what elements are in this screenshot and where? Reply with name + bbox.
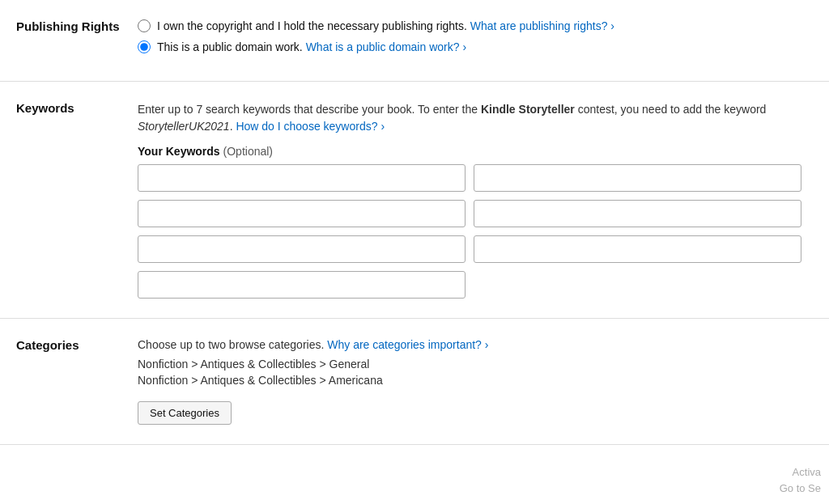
categories-section: Categories Choose up to two browse categ… xyxy=(0,319,829,445)
keyword-input-1[interactable] xyxy=(138,164,466,192)
publishing-rights-option2-row: This is a public domain work. What is a … xyxy=(138,40,813,53)
publishing-rights-link2[interactable]: What is a public domain work? › xyxy=(306,40,466,53)
keyword-input-7[interactable] xyxy=(138,271,466,299)
keyword-input-5[interactable] xyxy=(138,235,466,263)
categories-label: Categories xyxy=(16,338,138,425)
categories-description: Choose up to two browse categories. Why … xyxy=(138,338,813,351)
publishing-rights-option1-row: I own the copyright and I hold the neces… xyxy=(138,19,813,32)
keyword-inputs-grid xyxy=(138,164,801,299)
keywords-description: Enter up to 7 search keywords that descr… xyxy=(138,101,813,135)
publishing-rights-radio2[interactable] xyxy=(138,40,151,53)
categories-link[interactable]: Why are categories important? › xyxy=(327,338,488,351)
keyword-input-6[interactable] xyxy=(474,235,801,263)
keywords-link[interactable]: How do I choose keywords? › xyxy=(236,120,385,133)
activate-notice: Activa Go to Se xyxy=(780,464,821,496)
publishing-rights-option2-label: This is a public domain work. What is a … xyxy=(157,40,466,53)
keywords-content: Enter up to 7 search keywords that descr… xyxy=(138,101,813,299)
publishing-rights-content: I own the copyright and I hold the neces… xyxy=(138,19,813,61)
keyword-input-3[interactable] xyxy=(138,200,466,227)
keyword-input-4[interactable] xyxy=(474,200,801,227)
publishing-rights-radio1[interactable] xyxy=(138,19,151,32)
set-categories-button[interactable]: Set Categories xyxy=(138,401,232,425)
publishing-rights-link1[interactable]: What are publishing rights? › xyxy=(470,19,614,32)
publishing-rights-section: Publishing Rights I own the copyright an… xyxy=(0,0,829,82)
category-item-1: Nonfiction > Antiques & Collectibles > G… xyxy=(138,358,813,371)
your-keywords-label: Your Keywords (Optional) xyxy=(138,145,813,158)
keywords-label: Keywords xyxy=(16,101,138,299)
publishing-rights-label: Publishing Rights xyxy=(16,19,138,61)
keyword-input-2[interactable] xyxy=(474,164,801,192)
keywords-section: Keywords Enter up to 7 search keywords t… xyxy=(0,82,829,319)
category-item-2: Nonfiction > Antiques & Collectibles > A… xyxy=(138,374,813,387)
publishing-rights-option1-label: I own the copyright and I hold the neces… xyxy=(157,19,614,32)
categories-content: Choose up to two browse categories. Why … xyxy=(138,338,813,425)
